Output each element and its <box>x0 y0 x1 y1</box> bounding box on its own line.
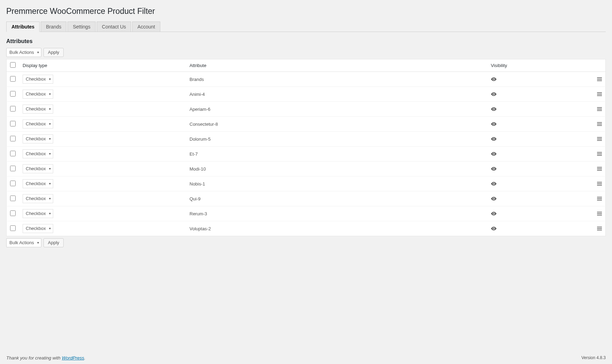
attribute-name: Animi-4 <box>186 87 488 102</box>
attributes-table: Display type Attribute Visibility Checkb… <box>6 59 606 236</box>
display-type-select[interactable]: Checkbox <box>23 105 53 114</box>
bulk-actions-bottom: Bulk Actions Apply <box>6 238 606 247</box>
tab-settings[interactable]: Settings <box>67 22 96 32</box>
page-title: Premmerce WooCommerce Product Filter <box>6 3 606 17</box>
drag-handle-icon[interactable] <box>595 137 602 141</box>
eye-icon[interactable] <box>491 152 588 156</box>
svg-rect-25 <box>597 198 602 199</box>
display-type-select[interactable]: Checkbox <box>23 149 53 158</box>
attribute-name: Qui-9 <box>186 191 488 206</box>
drag-handle-icon[interactable] <box>595 77 602 81</box>
apply-button[interactable]: Apply <box>43 48 64 57</box>
display-type-select[interactable]: Checkbox <box>23 75 53 84</box>
bulk-actions-select-bottom[interactable]: Bulk Actions <box>6 238 41 247</box>
display-type-select[interactable]: Checkbox <box>23 224 53 233</box>
drag-handle-icon[interactable] <box>595 212 602 216</box>
svg-rect-18 <box>597 167 602 168</box>
drag-handle-icon[interactable] <box>595 167 602 171</box>
footer-thanks-prefix: Thank you for creating with <box>6 355 62 361</box>
eye-icon[interactable] <box>491 77 588 81</box>
svg-rect-7 <box>597 109 602 109</box>
row-checkbox[interactable] <box>10 181 16 186</box>
drag-handle-icon[interactable] <box>595 107 602 111</box>
tab-contact-us[interactable]: Contact Us <box>97 22 131 32</box>
drag-handle-icon[interactable] <box>595 122 602 126</box>
table-row: CheckboxAperiam-6 <box>7 102 606 117</box>
svg-rect-0 <box>597 77 602 78</box>
attribute-name: Rerum-3 <box>186 206 488 221</box>
row-checkbox[interactable] <box>10 136 16 141</box>
eye-icon[interactable] <box>491 137 588 141</box>
eye-icon[interactable] <box>491 167 588 171</box>
wordpress-link[interactable]: WordPress <box>62 355 84 361</box>
table-row: CheckboxEt-7 <box>7 147 606 162</box>
row-checkbox[interactable] <box>10 151 16 156</box>
display-type-select[interactable]: Checkbox <box>23 90 53 99</box>
display-type-select[interactable]: Checkbox <box>23 194 53 203</box>
tab-attributes[interactable]: Attributes <box>6 22 40 32</box>
header-display-type[interactable]: Display type <box>19 59 186 72</box>
row-checkbox[interactable] <box>10 225 16 231</box>
eye-icon[interactable] <box>491 182 588 186</box>
eye-icon[interactable] <box>491 226 588 231</box>
svg-rect-11 <box>597 125 602 126</box>
eye-icon[interactable] <box>491 92 588 96</box>
eye-icon[interactable] <box>491 212 588 216</box>
table-row: CheckboxRerum-3 <box>7 206 606 221</box>
svg-rect-16 <box>597 154 602 154</box>
svg-rect-14 <box>597 140 602 141</box>
version-text: Version 4.8.3 <box>581 355 606 361</box>
drag-handle-icon[interactable] <box>595 92 602 96</box>
display-type-select[interactable]: Checkbox <box>23 209 53 218</box>
header-attribute[interactable]: Attribute <box>186 59 488 72</box>
svg-rect-1 <box>597 79 602 80</box>
apply-button-bottom[interactable]: Apply <box>43 238 64 247</box>
attribute-name: Consectetur-8 <box>186 117 488 132</box>
table-row: CheckboxModi-10 <box>7 162 606 176</box>
svg-rect-24 <box>597 197 602 198</box>
footer-period: . <box>84 355 86 361</box>
svg-rect-30 <box>597 227 602 228</box>
header-drag <box>592 59 606 72</box>
eye-icon[interactable] <box>491 197 588 201</box>
display-type-select[interactable]: Checkbox <box>23 179 53 188</box>
svg-rect-27 <box>597 212 602 213</box>
row-checkbox[interactable] <box>10 91 16 97</box>
drag-handle-icon[interactable] <box>595 182 602 186</box>
tab-account[interactable]: Account <box>132 22 160 32</box>
row-checkbox[interactable] <box>10 106 16 111</box>
subheading: Attributes <box>6 38 606 44</box>
eye-icon[interactable] <box>491 107 588 111</box>
svg-rect-6 <box>597 107 602 108</box>
header-visibility[interactable]: Visibility <box>488 59 592 72</box>
bulk-actions-top: Bulk Actions Apply <box>6 48 606 57</box>
svg-rect-20 <box>597 170 602 171</box>
select-all-checkbox[interactable] <box>10 62 16 68</box>
attribute-name: Et-7 <box>186 147 488 162</box>
display-type-select[interactable]: Checkbox <box>23 164 53 173</box>
tab-brands[interactable]: Brands <box>41 22 66 32</box>
bulk-actions-select[interactable]: Bulk Actions <box>6 48 41 57</box>
row-checkbox[interactable] <box>10 121 16 126</box>
row-checkbox[interactable] <box>10 210 16 216</box>
row-checkbox[interactable] <box>10 76 16 82</box>
display-type-select[interactable]: Checkbox <box>23 119 53 129</box>
svg-rect-31 <box>597 228 602 229</box>
drag-handle-icon[interactable] <box>595 226 602 231</box>
attribute-name: Modi-10 <box>186 162 488 176</box>
drag-handle-icon[interactable] <box>595 197 602 201</box>
display-type-select[interactable]: Checkbox <box>23 134 53 143</box>
svg-rect-5 <box>597 96 602 96</box>
svg-rect-19 <box>597 168 602 169</box>
attribute-name: Aperiam-6 <box>186 102 488 117</box>
row-checkbox[interactable] <box>10 166 16 171</box>
table-row: CheckboxVoluptas-2 <box>7 221 606 236</box>
svg-rect-17 <box>597 155 602 156</box>
footer-thanks: Thank you for creating with WordPress. <box>6 355 86 361</box>
attribute-name: Brands <box>186 72 488 87</box>
svg-rect-32 <box>597 230 602 231</box>
eye-icon[interactable] <box>491 122 588 126</box>
table-row: CheckboxNobis-1 <box>7 176 606 191</box>
drag-handle-icon[interactable] <box>595 152 602 156</box>
row-checkbox[interactable] <box>10 196 16 201</box>
